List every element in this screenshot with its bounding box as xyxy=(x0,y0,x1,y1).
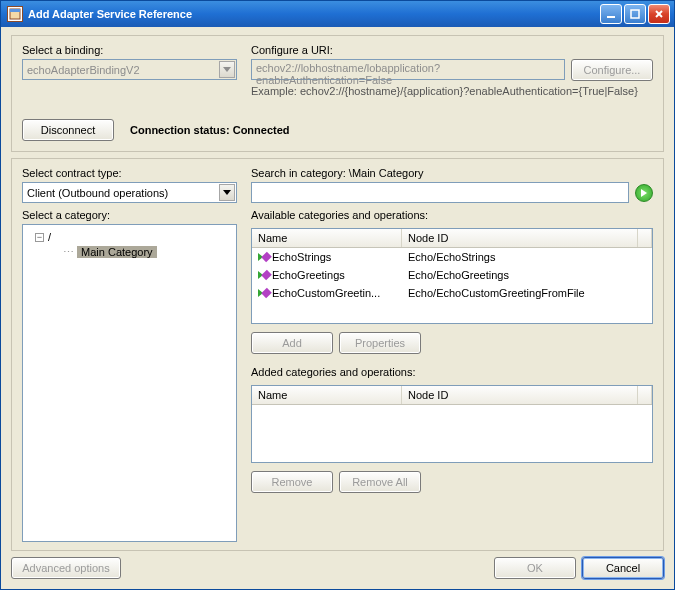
app-icon xyxy=(7,6,23,22)
svg-marker-8 xyxy=(641,189,647,197)
binding-label: Select a binding: xyxy=(22,44,237,56)
item-name: EchoStrings xyxy=(272,250,408,264)
maximize-button[interactable] xyxy=(624,4,646,24)
available-header: Name Node ID xyxy=(252,229,652,248)
added-label: Added categories and operations: xyxy=(251,366,653,378)
tree-root[interactable]: − / xyxy=(35,231,230,243)
uri-label: Configure a URI: xyxy=(251,44,653,56)
connection-status-value: Connected xyxy=(233,124,290,136)
remove-button[interactable]: Remove xyxy=(251,471,333,493)
tree-line-icon: ⋯ xyxy=(63,246,74,258)
tree-selected-label: Main Category xyxy=(77,246,157,258)
col-nodeid[interactable]: Node ID xyxy=(402,386,638,404)
chevron-down-icon xyxy=(219,184,235,201)
close-button[interactable] xyxy=(648,4,670,24)
svg-marker-6 xyxy=(223,67,231,72)
svg-rect-1 xyxy=(10,9,20,12)
minimize-button[interactable] xyxy=(600,4,622,24)
chevron-down-icon xyxy=(219,61,235,78)
properties-button[interactable]: Properties xyxy=(339,332,421,354)
uri-value: echov2://lobhostname/lobapplication?enab… xyxy=(256,62,440,86)
operations-group: Select contract type: Client (Outbound o… xyxy=(11,158,664,551)
connection-status-label: Connection status: xyxy=(130,124,230,136)
col-name[interactable]: Name xyxy=(252,229,402,247)
item-name: EchoCustomGreetin... xyxy=(272,286,408,300)
cancel-button[interactable]: Cancel xyxy=(582,557,664,579)
window-title: Add Adapter Service Reference xyxy=(28,8,192,20)
binding-combo[interactable]: echoAdapterBindingV2 xyxy=(22,59,237,80)
category-tree[interactable]: − / ⋯ Main Category xyxy=(22,224,237,542)
contract-label: Select contract type: xyxy=(22,167,237,179)
added-list[interactable]: Name Node ID xyxy=(251,385,653,463)
col-name[interactable]: Name xyxy=(252,386,402,404)
add-button[interactable]: Add xyxy=(251,332,333,354)
tree-root-label: / xyxy=(48,231,51,243)
tree-item-main[interactable]: ⋯ Main Category xyxy=(63,246,230,259)
contract-value: Client (Outbound operations) xyxy=(27,187,168,199)
available-label: Available categories and operations: xyxy=(251,209,653,221)
col-nodeid[interactable]: Node ID xyxy=(402,229,638,247)
operation-icon xyxy=(258,271,272,279)
svg-marker-7 xyxy=(223,190,231,195)
operation-icon xyxy=(258,253,272,261)
available-list[interactable]: Name Node ID EchoStrings Echo/EchoString… xyxy=(251,228,653,324)
ok-button[interactable]: OK xyxy=(494,557,576,579)
binding-value: echoAdapterBindingV2 xyxy=(27,64,140,76)
item-nodeid: Echo/EchoGreetings xyxy=(408,268,509,282)
dialog-window: Add Adapter Service Reference Select a b… xyxy=(0,0,675,590)
configure-button[interactable]: Configure... xyxy=(571,59,653,81)
dialog-footer: Advanced options OK Cancel xyxy=(1,555,674,589)
svg-rect-3 xyxy=(631,10,639,18)
svg-rect-2 xyxy=(607,16,615,18)
disconnect-button[interactable]: Disconnect xyxy=(22,119,114,141)
list-item[interactable]: EchoCustomGreetin... Echo/EchoCustomGree… xyxy=(252,284,652,302)
connection-group: Select a binding: echoAdapterBindingV2 C… xyxy=(11,35,664,152)
item-nodeid: Echo/EchoStrings xyxy=(408,250,495,264)
available-body: EchoStrings Echo/EchoStrings EchoGreetin… xyxy=(252,248,652,302)
category-label: Select a category: xyxy=(22,209,237,221)
advanced-options-button[interactable]: Advanced options xyxy=(11,557,121,579)
titlebar[interactable]: Add Adapter Service Reference xyxy=(1,1,674,27)
contract-combo[interactable]: Client (Outbound operations) xyxy=(22,182,237,203)
uri-example: Example: echov2://{hostname}/{applicatio… xyxy=(251,85,653,97)
search-input[interactable] xyxy=(251,182,629,203)
tree-collapse-icon[interactable]: − xyxy=(35,233,44,242)
connection-status: Connection status: Connected xyxy=(130,124,290,136)
item-name: EchoGreetings xyxy=(272,268,408,282)
search-go-icon[interactable] xyxy=(635,184,653,202)
removeall-button[interactable]: Remove All xyxy=(339,471,421,493)
item-nodeid: Echo/EchoCustomGreetingFromFile xyxy=(408,286,585,300)
list-item[interactable]: EchoGreetings Echo/EchoGreetings xyxy=(252,266,652,284)
uri-input[interactable]: echov2://lobhostname/lobapplication?enab… xyxy=(251,59,565,80)
added-header: Name Node ID xyxy=(252,386,652,405)
search-label: Search in category: \Main Category xyxy=(251,167,653,179)
operation-icon xyxy=(258,289,272,297)
list-item[interactable]: EchoStrings Echo/EchoStrings xyxy=(252,248,652,266)
